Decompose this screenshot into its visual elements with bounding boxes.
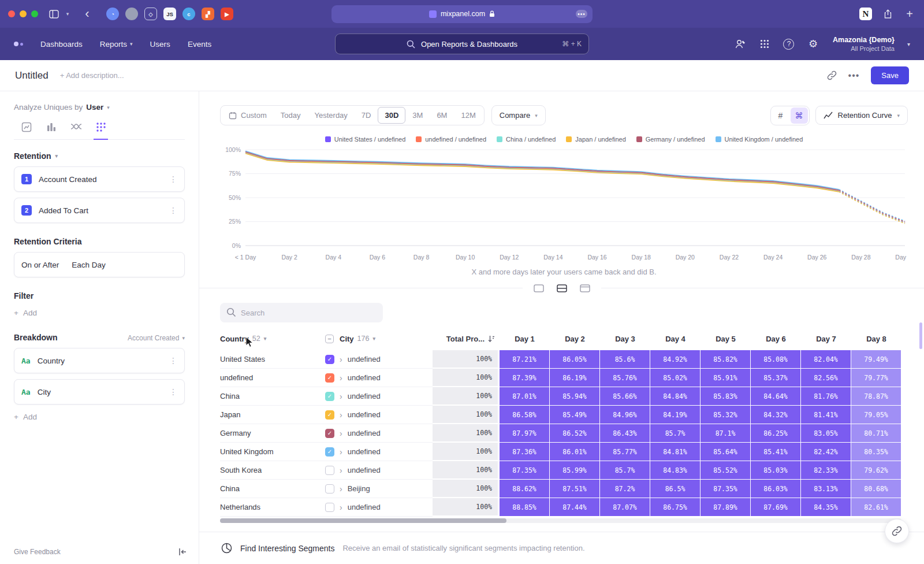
step-options-icon[interactable]: ⋮ — [169, 175, 177, 184]
retention-step-1[interactable]: 1 Account Created ⋮ — [14, 166, 185, 192]
legend-item[interactable]: United States / undefined — [325, 136, 406, 143]
day-column-header[interactable]: Day 8 — [851, 335, 901, 343]
circle-extension-icon[interactable] — [125, 8, 138, 20]
retention-cell[interactable]: 82.42% — [801, 443, 851, 461]
retention-cell[interactable]: 79.77% — [851, 369, 901, 387]
retention-cell[interactable]: 79.05% — [851, 406, 901, 424]
tab-flows[interactable] — [64, 122, 88, 139]
retention-section-label[interactable]: Retention — [14, 151, 51, 161]
date-range-yesterday[interactable]: Yesterday — [308, 107, 355, 124]
retention-cell[interactable]: 83.05% — [801, 424, 851, 443]
retention-cell[interactable]: 85.41% — [751, 443, 801, 461]
retention-cell[interactable]: 84.19% — [650, 406, 701, 424]
retention-cell[interactable]: 86.05% — [550, 350, 600, 369]
retention-cell[interactable]: 82.04% — [801, 350, 851, 369]
retention-cell[interactable]: 87.51% — [550, 480, 600, 498]
collapse-sidebar-icon[interactable] — [178, 548, 187, 556]
cube-extension-icon[interactable]: ◇ — [144, 8, 157, 20]
split-view-icon[interactable] — [553, 280, 571, 296]
day-column-header[interactable]: Day 1 — [500, 335, 550, 343]
retention-cell[interactable]: 85.37% — [751, 369, 801, 387]
analyze-entity-select[interactable]: User — [86, 103, 103, 112]
retention-cell[interactable]: 85.76% — [600, 369, 650, 387]
retention-cell[interactable]: 82.61% — [851, 498, 901, 517]
retention-cell[interactable]: 82.56% — [801, 369, 851, 387]
scrollbar-thumb[interactable] — [220, 518, 506, 523]
retention-cell[interactable]: 85.77% — [600, 443, 650, 461]
address-bar[interactable]: mixpanel.com ••• — [331, 5, 593, 23]
nav-users[interactable]: Users — [150, 40, 170, 49]
retention-cell[interactable]: 86.25% — [751, 424, 801, 443]
close-window-button[interactable] — [8, 10, 15, 17]
retention-chart-svg[interactable]: 0%25%50%75%100%< 1 DayDay 2Day 4Day 6Day… — [220, 146, 908, 266]
retention-cell[interactable]: 84.32% — [751, 406, 801, 424]
breakdown-country[interactable]: Aa Country ⋮ — [14, 348, 185, 373]
legend-item[interactable]: Germany / undefined — [636, 136, 705, 143]
save-button[interactable]: Save — [871, 66, 909, 84]
minimize-window-button[interactable] — [20, 10, 27, 17]
retention-cell[interactable]: 83.13% — [801, 480, 851, 498]
give-feedback-link[interactable]: Give Feedback — [14, 548, 61, 556]
segments-title[interactable]: Find Interesting Segments — [240, 544, 334, 553]
select-all-checkbox[interactable]: – — [325, 335, 334, 343]
tab-retention[interactable] — [88, 122, 113, 139]
legend-item[interactable]: undefined / undefined — [416, 136, 486, 143]
row-checkbox[interactable]: ✓ — [325, 447, 334, 457]
retention-cell[interactable]: 85.64% — [701, 443, 751, 461]
day-column-header[interactable]: Day 7 — [801, 335, 851, 343]
city-column-header[interactable]: – City 176 ▾ — [325, 335, 433, 343]
retention-cell[interactable]: 80.68% — [851, 480, 901, 498]
retention-cell[interactable]: 88.85% — [500, 498, 550, 517]
expand-chevron-icon[interactable]: › — [340, 373, 342, 383]
day-column-header[interactable]: Day 3 — [600, 335, 650, 343]
new-tab-icon[interactable]: + — [903, 7, 916, 21]
row-checkbox[interactable]: ✓ — [325, 429, 334, 438]
row-checkbox[interactable]: ✓ — [325, 373, 334, 383]
tab-funnels[interactable] — [39, 122, 64, 139]
total-column-header[interactable]: Total Pro... — [433, 335, 500, 343]
retention-cell[interactable]: 86.43% — [600, 424, 650, 443]
retention-criteria-card[interactable]: On or After Each Day — [14, 252, 185, 277]
cloud-extension-icon[interactable]: c — [182, 8, 195, 20]
mixpanel-extension-icon[interactable]: ▞ — [202, 8, 214, 20]
row-checkbox[interactable]: ✓ — [325, 392, 334, 401]
retention-cell[interactable]: 87.69% — [751, 498, 801, 517]
retention-cell[interactable]: 86.19% — [550, 369, 600, 387]
video-extension-icon[interactable]: ▶ — [221, 8, 233, 20]
retention-cell[interactable]: 85.6% — [600, 350, 650, 369]
clock-extension-icon[interactable]: ◔ — [106, 8, 119, 20]
share-icon[interactable] — [881, 7, 894, 21]
retention-cell[interactable]: 86.01% — [550, 443, 600, 461]
retention-cell[interactable]: 86.5% — [650, 480, 701, 498]
date-range-30d[interactable]: 30D — [378, 107, 405, 124]
expand-chevron-icon[interactable]: › — [340, 503, 342, 512]
retention-cell[interactable]: 85.32% — [701, 406, 751, 424]
retention-cell[interactable]: 78.87% — [851, 387, 901, 406]
nav-events[interactable]: Events — [188, 40, 211, 49]
chevron-down-icon[interactable]: ▾ — [61, 7, 74, 21]
retention-cell[interactable]: 81.76% — [801, 387, 851, 406]
date-range-today[interactable]: Today — [274, 107, 308, 124]
more-options-icon[interactable]: ••• — [848, 70, 860, 81]
retention-cell[interactable]: 85.83% — [701, 387, 751, 406]
retention-cell[interactable]: 80.35% — [851, 443, 901, 461]
report-description-placeholder[interactable]: + Add description... — [60, 71, 124, 80]
mixpanel-logo[interactable] — [14, 42, 23, 46]
row-checkbox[interactable] — [325, 484, 334, 494]
retention-cell[interactable]: 87.35% — [500, 461, 550, 480]
breakdown-options-icon[interactable]: ⋮ — [169, 356, 177, 365]
sidebar-toggle-icon[interactable] — [47, 7, 60, 21]
retention-cell[interactable]: 87.35% — [701, 480, 751, 498]
date-range-custom[interactable]: Custom — [222, 107, 274, 124]
date-range-12m[interactable]: 12M — [454, 107, 482, 124]
retention-cell[interactable]: 79.49% — [851, 350, 901, 369]
retention-cell[interactable]: 87.89% — [701, 498, 751, 517]
tab-insights[interactable] — [14, 122, 39, 139]
day-column-header[interactable]: Day 6 — [751, 335, 801, 343]
retention-cell[interactable]: 87.44% — [550, 498, 600, 517]
retention-cell[interactable]: 85.08% — [751, 350, 801, 369]
settings-gear-icon[interactable]: ⚙ — [805, 36, 821, 52]
retention-cell[interactable]: 85.49% — [550, 406, 600, 424]
copy-link-icon[interactable] — [827, 70, 837, 80]
global-search[interactable]: Open Reports & Dashboards ⌘ + K — [335, 34, 589, 54]
